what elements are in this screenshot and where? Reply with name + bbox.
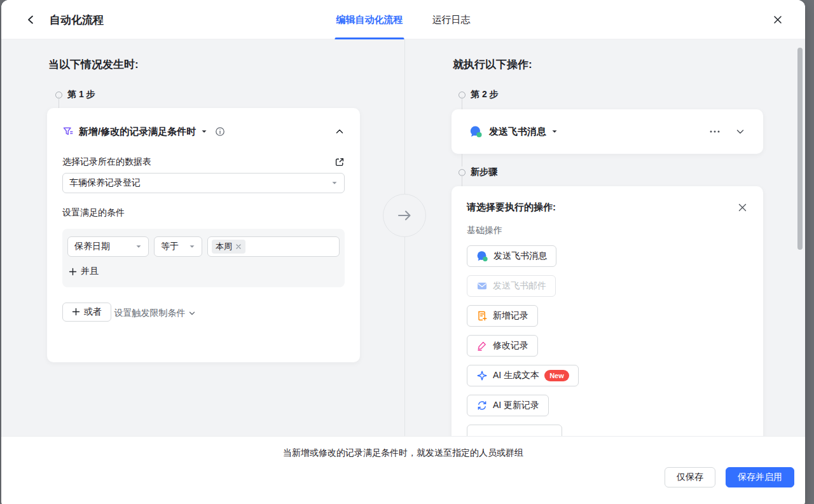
active-tab-underline bbox=[335, 37, 404, 39]
table-select-value: 车辆保养记录登记 bbox=[69, 177, 141, 189]
step-1-label: 第 1 步 bbox=[67, 89, 95, 100]
trigger-limit-link[interactable]: 设置触发限制条件 bbox=[114, 308, 197, 319]
add-or-condition-button[interactable]: 或者 bbox=[62, 303, 111, 322]
action-option-edit-record[interactable]: 修改记录 bbox=[467, 335, 538, 357]
lark-message-icon bbox=[469, 125, 483, 139]
condition-operator-value: 等于 bbox=[161, 241, 179, 252]
action-picker-card: 请选择要执行的操作: 基础操作 发送飞书消息 bbox=[452, 186, 763, 436]
step-1-marker: 第 1 步 bbox=[55, 89, 95, 100]
trigger-card: 新增/修改的记录满足条件时 选择记录所在的数据表 bbox=[47, 108, 360, 362]
picker-title: 请选择要执行的操作: bbox=[467, 201, 556, 214]
trigger-title: 新增/修改的记录满足条件时 bbox=[79, 126, 196, 138]
flow-arrow-button[interactable] bbox=[383, 194, 426, 237]
step-2-label: 第 2 步 bbox=[471, 89, 499, 100]
action-option-label: 修改记录 bbox=[493, 340, 528, 351]
plus-icon bbox=[69, 268, 77, 276]
more-icon[interactable] bbox=[708, 125, 721, 138]
or-button-label: 或者 bbox=[84, 306, 102, 318]
edit-record-icon bbox=[476, 340, 488, 351]
tag-label: 本周 bbox=[216, 241, 232, 252]
new-step-marker[interactable]: 新步骤 bbox=[459, 167, 497, 178]
flow-summary-text: 当新增或修改的记录满足条件时，就发送至指定的人员或群组 bbox=[1, 447, 805, 459]
action-option-add-record[interactable]: 新增记录 bbox=[467, 305, 538, 327]
lark-message-icon bbox=[476, 250, 488, 262]
action-option-label: 新增记录 bbox=[493, 310, 528, 322]
action-option-ai-generate-text[interactable]: AI 生成文本 New bbox=[467, 365, 579, 386]
automation-editor-modal: 自动化流程 编辑自动化流程 运行日志 当以下情况发生时: 第 1 步 bbox=[1, 0, 805, 504]
external-link-icon[interactable] bbox=[335, 157, 345, 167]
tag-remove-icon[interactable] bbox=[235, 243, 242, 250]
trigger-section-heading: 当以下情况发生时: bbox=[48, 57, 139, 72]
flow-canvas: 当以下情况发生时: 第 1 步 新增/修改的记录满足条件时 bbox=[1, 39, 805, 436]
action-step-card[interactable]: 发送飞书消息 bbox=[452, 109, 763, 154]
save-only-button[interactable]: 仅保存 bbox=[665, 467, 715, 487]
close-button[interactable] bbox=[769, 11, 786, 28]
condition-operator-select[interactable]: 等于 bbox=[154, 236, 202, 257]
action-section-heading: 就执行以下操作: bbox=[453, 57, 532, 72]
condition-value-input[interactable]: 本周 bbox=[207, 236, 340, 257]
connector-line bbox=[462, 97, 462, 109]
save-and-enable-button[interactable]: 保存并启用 bbox=[726, 467, 794, 487]
action-option-send-mail[interactable]: 发送飞书邮件 bbox=[467, 275, 556, 297]
caret-down-icon bbox=[135, 243, 142, 250]
plus-icon bbox=[72, 308, 80, 316]
collapse-chevron-up-icon[interactable] bbox=[335, 126, 345, 137]
new-step-label: 新步骤 bbox=[471, 167, 497, 178]
close-icon bbox=[772, 14, 783, 25]
condition-field-select[interactable]: 保养日期 bbox=[67, 236, 149, 257]
footer-bar: 当新增或修改的记录满足条件时，就发送至指定的人员或群组 仅保存 保存并启用 bbox=[1, 436, 805, 504]
chevron-left-icon bbox=[25, 14, 37, 25]
filter-funnel-icon bbox=[62, 126, 74, 137]
connector-line bbox=[59, 97, 59, 108]
condition-value-tag: 本周 bbox=[212, 240, 245, 254]
ai-sparkle-icon bbox=[476, 370, 488, 381]
arrow-right-icon bbox=[396, 208, 413, 223]
picker-close-icon[interactable] bbox=[737, 202, 748, 213]
tab-label: 运行日志 bbox=[432, 14, 471, 26]
tab-edit-automation[interactable]: 编辑自动化流程 bbox=[336, 0, 403, 39]
chevron-down-icon bbox=[188, 309, 197, 318]
tab-run-log[interactable]: 运行日志 bbox=[432, 0, 471, 39]
lark-mail-icon bbox=[476, 280, 488, 292]
vertical-scrollbar-thumb[interactable] bbox=[797, 48, 803, 250]
action-option-label: 发送飞书邮件 bbox=[493, 280, 546, 292]
condition-section-label: 设置满足的条件 bbox=[62, 207, 125, 219]
new-badge: New bbox=[544, 370, 569, 381]
add-record-icon bbox=[476, 310, 488, 322]
and-button-label: 并且 bbox=[81, 266, 99, 277]
action-option-label: AI 生成文本 bbox=[493, 370, 539, 381]
add-and-condition-button[interactable]: 并且 bbox=[69, 266, 99, 277]
table-select[interactable]: 车辆保养记录登记 bbox=[62, 173, 345, 193]
caret-down-icon[interactable] bbox=[551, 128, 558, 135]
condition-group: 保养日期 等于 本周 bbox=[62, 229, 345, 287]
caret-down-icon bbox=[189, 243, 195, 250]
picker-group-label: 基础操作 bbox=[467, 225, 748, 236]
action-option-label: 发送飞书消息 bbox=[493, 250, 547, 262]
info-icon[interactable] bbox=[215, 126, 225, 137]
back-button[interactable] bbox=[23, 11, 39, 28]
header: 自动化流程 编辑自动化流程 运行日志 bbox=[1, 0, 805, 39]
caret-down-icon bbox=[331, 180, 338, 186]
action-option-label: AI 更新记录 bbox=[493, 400, 539, 411]
action-option-partial[interactable] bbox=[467, 425, 562, 436]
tab-label: 编辑自动化流程 bbox=[336, 14, 403, 26]
ai-refresh-icon bbox=[476, 400, 488, 411]
header-tabs: 编辑自动化流程 运行日志 bbox=[336, 0, 471, 39]
action-option-list: 发送飞书消息 发送飞书邮件 bbox=[467, 245, 748, 436]
page-title: 自动化流程 bbox=[50, 13, 104, 27]
step-2-marker: 第 2 步 bbox=[459, 89, 499, 100]
panel-divider bbox=[404, 39, 405, 436]
expand-chevron-down-icon[interactable] bbox=[735, 126, 745, 137]
action-option-send-message[interactable]: 发送飞书消息 bbox=[467, 245, 556, 267]
action-step-title: 发送飞书消息 bbox=[489, 126, 546, 138]
limit-link-label: 设置触发限制条件 bbox=[114, 308, 185, 319]
connector-line bbox=[462, 154, 462, 167]
connector-line bbox=[462, 174, 462, 186]
caret-down-icon[interactable] bbox=[201, 128, 207, 135]
condition-field-value: 保养日期 bbox=[74, 241, 110, 252]
table-field-label: 选择记录所在的数据表 bbox=[62, 156, 151, 168]
action-option-ai-update-record[interactable]: AI 更新记录 bbox=[467, 395, 549, 416]
